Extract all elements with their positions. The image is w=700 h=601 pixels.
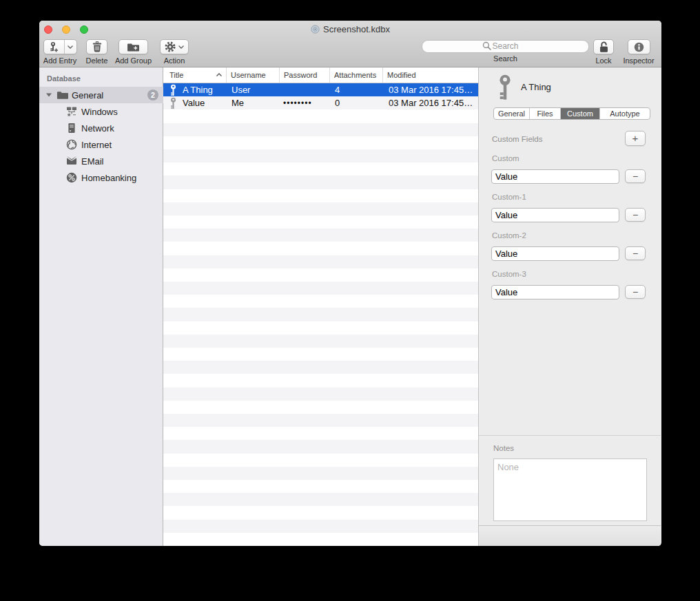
inspector-label: Inspector	[623, 56, 654, 65]
folder-plus-icon	[127, 42, 140, 52]
group-sidebar: Database General 2	[39, 67, 163, 546]
custom-field-input[interactable]	[491, 169, 619, 184]
window-chrome: Screenshot.kdbx	[39, 21, 661, 67]
custom-field-input[interactable]	[491, 285, 619, 299]
column-header-password[interactable]: Password	[280, 67, 330, 83]
disclosure-triangle-icon[interactable]	[46, 93, 52, 97]
custom-field-input[interactable]	[491, 208, 619, 222]
content-area: Database General 2	[39, 67, 661, 546]
action-label: Action	[164, 56, 185, 65]
remove-custom-field-button[interactable]: −	[625, 169, 646, 183]
sidebar-item-internet[interactable]: Internet	[39, 136, 163, 153]
add-entry-dropdown-arrow[interactable]	[64, 40, 76, 54]
toolbar-item-lock: Lock	[592, 39, 615, 65]
delete-button[interactable]	[86, 39, 107, 54]
envelope-icon	[66, 156, 77, 165]
sidebar-item-network[interactable]: Network	[39, 120, 163, 136]
notes-heading: Notes	[493, 444, 514, 452]
trash-icon	[92, 41, 102, 52]
key-icon	[169, 97, 177, 109]
delete-label: Delete	[86, 56, 108, 65]
inspector-bottom-bar	[479, 525, 661, 546]
field-label: Custom-2	[492, 231, 526, 240]
column-header-modified[interactable]: Modified	[383, 67, 478, 83]
toolbar-item-delete: Delete	[85, 39, 108, 65]
table-row[interactable]: Value Me •••••••• 0 03 Mar 2016 17:45…	[163, 96, 478, 109]
search-toolbar-label: Search	[493, 54, 517, 63]
table-row[interactable]: A Thing User 4 03 Mar 2016 17:45…	[163, 83, 478, 96]
windows-network-icon	[66, 106, 77, 117]
column-header-username[interactable]: Username	[227, 67, 280, 83]
unlock-icon	[599, 41, 609, 53]
column-header-attachments[interactable]: Attachments	[330, 67, 383, 83]
minimize-window-button[interactable]	[62, 25, 70, 34]
add-group-label: Add Group	[115, 56, 152, 65]
inspector-tabs: General Files Custom Autotype	[493, 107, 650, 120]
toolbar-item-search: Search	[422, 39, 589, 63]
add-custom-field-button[interactable]: +	[625, 131, 646, 146]
table-header: Title Username Password Attachments Modi…	[163, 67, 478, 83]
sort-ascending-icon	[216, 73, 222, 76]
toolbar-item-add-group: Add Group	[114, 39, 153, 65]
tab-general[interactable]: General	[494, 108, 529, 119]
percent-circle-icon	[66, 172, 77, 183]
add-group-button[interactable]	[119, 39, 148, 54]
notes-textarea[interactable]	[493, 458, 647, 521]
document-proxy-icon	[311, 25, 320, 34]
close-window-button[interactable]	[44, 25, 52, 34]
inspector-button[interactable]	[628, 39, 650, 54]
lock-button[interactable]	[593, 39, 614, 54]
column-header-title[interactable]: Title	[163, 67, 227, 83]
toolbar-item-add-entry: Add Entry	[41, 39, 79, 65]
sidebar-item-label: Network	[81, 123, 114, 134]
add-entry-button[interactable]	[43, 39, 77, 54]
info-icon	[634, 42, 644, 52]
title-bar: Screenshot.kdbx	[39, 21, 661, 38]
sidebar-item-label: Homebanking	[81, 173, 136, 183]
chevron-down-icon	[178, 45, 184, 49]
entry-count-badge: 2	[147, 89, 158, 101]
server-icon	[66, 123, 77, 134]
sidebar-item-label: General	[72, 90, 103, 101]
app-window: Screenshot.kdbx	[39, 21, 661, 546]
field-label: Custom-3	[492, 270, 526, 278]
remove-custom-field-button[interactable]: −	[625, 208, 646, 222]
table-body: A Thing User 4 03 Mar 2016 17:45…	[163, 83, 478, 546]
toolbar-item-inspector: Inspector	[621, 39, 656, 65]
zoom-window-button[interactable]	[80, 25, 88, 34]
field-label: Custom-1	[492, 193, 526, 201]
sidebar-item-email[interactable]: EMail	[39, 153, 163, 169]
entry-title: A Thing	[521, 82, 551, 92]
search-input[interactable]	[422, 40, 589, 53]
key-icon	[496, 74, 514, 101]
field-label: Custom	[492, 154, 519, 162]
sidebar-section-header: Database	[47, 74, 81, 83]
chevron-down-icon	[68, 45, 73, 49]
remove-custom-field-button[interactable]: −	[625, 246, 646, 260]
custom-fields-heading: Custom Fields	[492, 135, 543, 143]
window-title: Screenshot.kdbx	[323, 24, 390, 34]
remove-custom-field-button[interactable]: −	[625, 285, 646, 299]
entry-table: Title Username Password Attachments Modi…	[163, 67, 478, 546]
lock-label: Lock	[595, 56, 611, 65]
key-icon	[169, 84, 177, 96]
toolbar-item-action: Action	[160, 39, 189, 65]
inspector-panel: A Thing General Files Custom Autotype Cu…	[478, 67, 660, 546]
sidebar-item-homebanking[interactable]: Homebanking	[39, 169, 163, 186]
add-entry-label: Add Entry	[43, 56, 76, 65]
toolbar: Add Entry Delete	[39, 38, 661, 67]
sidebar-item-label: Internet	[81, 140, 112, 150]
globe-icon	[66, 139, 77, 150]
tab-files[interactable]: Files	[529, 108, 560, 119]
sidebar-item-windows[interactable]: Windows	[39, 103, 163, 120]
sidebar-item-general[interactable]: General 2	[39, 87, 163, 103]
action-button[interactable]	[160, 39, 189, 54]
custom-field-input[interactable]	[491, 246, 619, 261]
tab-custom[interactable]: Custom	[560, 108, 599, 119]
sidebar-item-label: EMail	[81, 156, 104, 167]
window-title-group: Screenshot.kdbx	[311, 24, 390, 34]
desktop-background: Screenshot.kdbx	[0, 0, 700, 601]
folder-icon	[56, 90, 68, 100]
tab-autotype[interactable]: Autotype	[599, 108, 650, 119]
key-plus-icon	[44, 40, 64, 54]
